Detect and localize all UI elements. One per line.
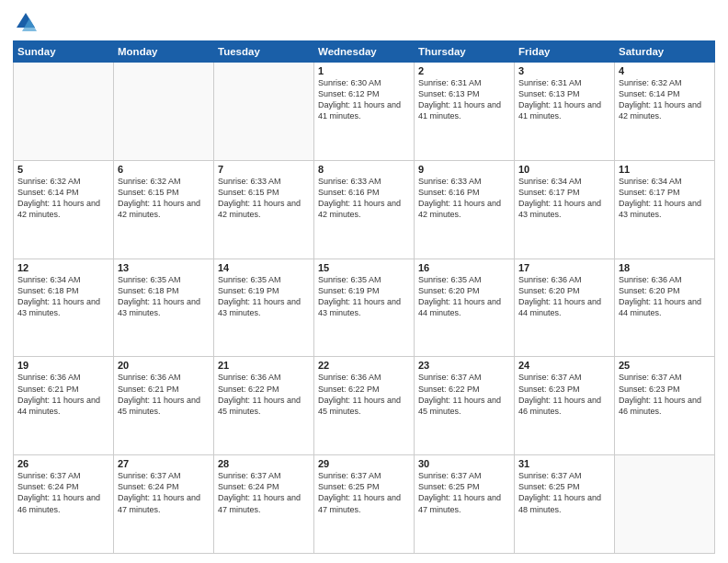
day-cell: 29Sunrise: 6:37 AM Sunset: 6:25 PM Dayli… (314, 455, 415, 554)
day-info: Sunrise: 6:36 AM Sunset: 6:20 PM Dayligh… (518, 274, 610, 319)
day-number: 19 (17, 360, 109, 371)
weekday-header-tuesday: Tuesday (214, 41, 314, 63)
day-cell: 1Sunrise: 6:30 AM Sunset: 6:12 PM Daylig… (314, 63, 415, 161)
day-info: Sunrise: 6:33 AM Sunset: 6:15 PM Dayligh… (218, 176, 310, 221)
weekday-header-thursday: Thursday (415, 41, 515, 63)
day-cell: 14Sunrise: 6:35 AM Sunset: 6:19 PM Dayli… (214, 259, 314, 357)
day-info: Sunrise: 6:33 AM Sunset: 6:16 PM Dayligh… (318, 176, 410, 221)
day-info: Sunrise: 6:37 AM Sunset: 6:25 PM Dayligh… (518, 470, 610, 515)
day-info: Sunrise: 6:36 AM Sunset: 6:21 PM Dayligh… (118, 372, 210, 417)
day-cell: 13Sunrise: 6:35 AM Sunset: 6:18 PM Dayli… (114, 259, 214, 357)
day-cell: 15Sunrise: 6:35 AM Sunset: 6:19 PM Dayli… (314, 259, 415, 357)
day-number: 17 (518, 262, 610, 273)
day-info: Sunrise: 6:34 AM Sunset: 6:17 PM Dayligh… (518, 176, 610, 221)
day-cell: 24Sunrise: 6:37 AM Sunset: 6:23 PM Dayli… (515, 357, 615, 455)
day-info: Sunrise: 6:36 AM Sunset: 6:22 PM Dayligh… (318, 372, 410, 417)
day-cell: 23Sunrise: 6:37 AM Sunset: 6:22 PM Dayli… (415, 357, 515, 455)
day-number: 4 (619, 65, 711, 76)
day-number: 14 (218, 262, 310, 273)
weekday-header-saturday: Saturday (615, 41, 715, 63)
day-number: 8 (318, 164, 410, 175)
day-info: Sunrise: 6:37 AM Sunset: 6:25 PM Dayligh… (318, 470, 410, 515)
day-info: Sunrise: 6:36 AM Sunset: 6:21 PM Dayligh… (17, 372, 109, 417)
day-info: Sunrise: 6:31 AM Sunset: 6:13 PM Dayligh… (418, 77, 510, 122)
logo-icon (13, 9, 39, 35)
day-cell: 27Sunrise: 6:37 AM Sunset: 6:24 PM Dayli… (114, 455, 214, 554)
day-cell: 11Sunrise: 6:34 AM Sunset: 6:17 PM Dayli… (615, 160, 715, 259)
day-cell (214, 63, 314, 161)
day-info: Sunrise: 6:37 AM Sunset: 6:24 PM Dayligh… (218, 470, 310, 515)
day-info: Sunrise: 6:35 AM Sunset: 6:19 PM Dayligh… (218, 274, 310, 319)
day-number: 30 (418, 458, 510, 469)
weekday-header-sunday: Sunday (14, 41, 114, 63)
day-number: 21 (218, 360, 310, 371)
day-info: Sunrise: 6:35 AM Sunset: 6:19 PM Dayligh… (318, 274, 410, 319)
day-number: 20 (118, 360, 210, 371)
day-number: 7 (218, 164, 310, 175)
day-info: Sunrise: 6:37 AM Sunset: 6:24 PM Dayligh… (17, 470, 109, 515)
weekday-header-monday: Monday (114, 41, 214, 63)
day-number: 28 (218, 458, 310, 469)
day-info: Sunrise: 6:33 AM Sunset: 6:16 PM Dayligh… (418, 176, 510, 221)
day-info: Sunrise: 6:37 AM Sunset: 6:25 PM Dayligh… (418, 470, 510, 515)
day-cell: 4Sunrise: 6:32 AM Sunset: 6:14 PM Daylig… (615, 63, 715, 161)
day-number: 1 (318, 65, 410, 76)
day-info: Sunrise: 6:37 AM Sunset: 6:23 PM Dayligh… (518, 372, 610, 417)
day-number: 15 (318, 262, 410, 273)
day-info: Sunrise: 6:34 AM Sunset: 6:17 PM Dayligh… (619, 176, 711, 221)
day-cell: 25Sunrise: 6:37 AM Sunset: 6:23 PM Dayli… (615, 357, 715, 455)
day-cell: 21Sunrise: 6:36 AM Sunset: 6:22 PM Dayli… (214, 357, 314, 455)
day-cell: 8Sunrise: 6:33 AM Sunset: 6:16 PM Daylig… (314, 160, 415, 259)
day-number: 12 (17, 262, 109, 273)
week-row-4: 19Sunrise: 6:36 AM Sunset: 6:21 PM Dayli… (14, 357, 715, 455)
weekday-header-wednesday: Wednesday (314, 41, 415, 63)
logo (13, 9, 42, 35)
day-cell: 10Sunrise: 6:34 AM Sunset: 6:17 PM Dayli… (515, 160, 615, 259)
day-info: Sunrise: 6:37 AM Sunset: 6:22 PM Dayligh… (418, 372, 510, 417)
day-number: 3 (518, 65, 610, 76)
day-number: 29 (318, 458, 410, 469)
day-number: 25 (619, 360, 711, 371)
week-row-5: 26Sunrise: 6:37 AM Sunset: 6:24 PM Dayli… (14, 455, 715, 554)
day-number: 26 (17, 458, 109, 469)
day-info: Sunrise: 6:36 AM Sunset: 6:22 PM Dayligh… (218, 372, 310, 417)
day-cell (615, 455, 715, 554)
day-cell: 17Sunrise: 6:36 AM Sunset: 6:20 PM Dayli… (515, 259, 615, 357)
header (13, 9, 715, 35)
day-number: 2 (418, 65, 510, 76)
day-info: Sunrise: 6:32 AM Sunset: 6:15 PM Dayligh… (118, 176, 210, 221)
day-info: Sunrise: 6:30 AM Sunset: 6:12 PM Dayligh… (318, 77, 410, 122)
day-cell: 16Sunrise: 6:35 AM Sunset: 6:20 PM Dayli… (415, 259, 515, 357)
day-cell: 7Sunrise: 6:33 AM Sunset: 6:15 PM Daylig… (214, 160, 314, 259)
day-info: Sunrise: 6:35 AM Sunset: 6:18 PM Dayligh… (118, 274, 210, 319)
day-number: 23 (418, 360, 510, 371)
day-cell: 12Sunrise: 6:34 AM Sunset: 6:18 PM Dayli… (14, 259, 114, 357)
day-number: 16 (418, 262, 510, 273)
day-info: Sunrise: 6:37 AM Sunset: 6:23 PM Dayligh… (619, 372, 711, 417)
day-info: Sunrise: 6:31 AM Sunset: 6:13 PM Dayligh… (518, 77, 610, 122)
day-cell (114, 63, 214, 161)
day-info: Sunrise: 6:32 AM Sunset: 6:14 PM Dayligh… (619, 77, 711, 122)
day-info: Sunrise: 6:32 AM Sunset: 6:14 PM Dayligh… (17, 176, 109, 221)
day-cell: 6Sunrise: 6:32 AM Sunset: 6:15 PM Daylig… (114, 160, 214, 259)
day-number: 27 (118, 458, 210, 469)
week-row-1: 1Sunrise: 6:30 AM Sunset: 6:12 PM Daylig… (14, 63, 715, 161)
day-cell: 20Sunrise: 6:36 AM Sunset: 6:21 PM Dayli… (114, 357, 214, 455)
weekday-header-friday: Friday (515, 41, 615, 63)
day-cell: 2Sunrise: 6:31 AM Sunset: 6:13 PM Daylig… (415, 63, 515, 161)
day-number: 13 (118, 262, 210, 273)
day-number: 6 (118, 164, 210, 175)
day-cell (14, 63, 114, 161)
day-cell: 5Sunrise: 6:32 AM Sunset: 6:14 PM Daylig… (14, 160, 114, 259)
day-cell: 9Sunrise: 6:33 AM Sunset: 6:16 PM Daylig… (415, 160, 515, 259)
weekday-header-row: SundayMondayTuesdayWednesdayThursdayFrid… (14, 41, 715, 63)
day-cell: 26Sunrise: 6:37 AM Sunset: 6:24 PM Dayli… (14, 455, 114, 554)
week-row-2: 5Sunrise: 6:32 AM Sunset: 6:14 PM Daylig… (14, 160, 715, 259)
day-number: 22 (318, 360, 410, 371)
day-cell: 18Sunrise: 6:36 AM Sunset: 6:20 PM Dayli… (615, 259, 715, 357)
day-info: Sunrise: 6:36 AM Sunset: 6:20 PM Dayligh… (619, 274, 711, 319)
day-cell: 31Sunrise: 6:37 AM Sunset: 6:25 PM Dayli… (515, 455, 615, 554)
day-cell: 30Sunrise: 6:37 AM Sunset: 6:25 PM Dayli… (415, 455, 515, 554)
day-number: 5 (17, 164, 109, 175)
day-cell: 28Sunrise: 6:37 AM Sunset: 6:24 PM Dayli… (214, 455, 314, 554)
